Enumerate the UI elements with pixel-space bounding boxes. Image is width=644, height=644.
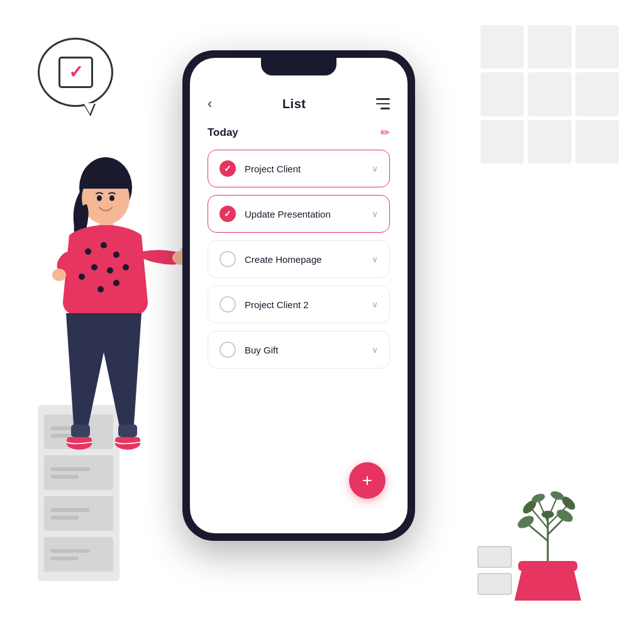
background-grid: [480, 25, 619, 164]
phone-mockup: ‹ List Today ✏: [182, 50, 415, 541]
section-title: Today: [208, 126, 238, 139]
svg-point-3: [109, 196, 114, 201]
svg-point-9: [107, 267, 113, 274]
task-checkbox[interactable]: ✓: [219, 160, 236, 177]
grid-cell: [480, 72, 524, 116]
section-header: Today ✏: [208, 126, 390, 140]
check-tick-icon: ✓: [224, 164, 231, 173]
grid-cell: [528, 120, 571, 164]
ham-line-bot: [380, 108, 390, 109]
ham-line-mid: [376, 103, 390, 105]
grid-cell: [528, 72, 571, 116]
check-tick-icon: ✓: [224, 209, 231, 218]
svg-point-5: [85, 248, 91, 255]
task-checkbox[interactable]: [219, 296, 236, 313]
edit-icon[interactable]: ✏: [380, 126, 390, 140]
grid-cell: [480, 120, 524, 164]
task-left: Project Client 2: [219, 296, 309, 313]
task-left: ✓ Project Client: [219, 160, 301, 177]
app-header: ‹ List: [208, 89, 390, 112]
ham-line-top: [376, 98, 390, 100]
chevron-down-icon[interactable]: ∨: [372, 254, 378, 264]
grid-cell: [575, 72, 619, 116]
task-item[interactable]: Project Client 2 ∨: [208, 286, 390, 323]
svg-point-8: [91, 264, 97, 270]
task-item[interactable]: Create Homepage ∨: [208, 240, 390, 278]
task-name: Buy Gift: [245, 345, 278, 355]
phone-shell: ‹ List Today ✏: [182, 50, 415, 541]
task-left: ✓ Update Presentation: [219, 206, 331, 222]
svg-rect-23: [518, 561, 577, 571]
svg-marker-22: [514, 566, 581, 601]
svg-point-6: [101, 242, 107, 248]
svg-rect-17: [118, 425, 137, 437]
phone-notch: [261, 58, 336, 75]
svg-rect-16: [71, 425, 90, 437]
svg-point-10: [79, 274, 85, 280]
task-name: Project Client 2: [245, 299, 309, 310]
svg-rect-19: [67, 437, 92, 446]
grid-cell: [575, 25, 619, 69]
drawer-line: [50, 557, 79, 560]
chevron-down-icon[interactable]: ∨: [372, 345, 378, 355]
grid-cell: [575, 120, 619, 164]
phone-screen: ‹ List Today ✏: [190, 58, 408, 533]
svg-rect-21: [115, 437, 140, 446]
svg-point-13: [113, 280, 119, 286]
plant-decoration: [507, 491, 589, 606]
app-content: ‹ List Today ✏: [190, 58, 408, 533]
chevron-down-icon[interactable]: ∨: [372, 209, 378, 219]
svg-line-25: [529, 525, 548, 541]
small-box: [477, 573, 512, 595]
task-name: Project Client: [245, 164, 301, 174]
chevron-down-icon[interactable]: ∨: [372, 299, 378, 309]
task-checkbox[interactable]: ✓: [219, 206, 236, 222]
task-checkbox[interactable]: [219, 341, 236, 358]
small-box: [477, 546, 512, 568]
task-item[interactable]: ✓ Update Presentation ∨: [208, 195, 390, 233]
task-checkbox[interactable]: [219, 251, 236, 267]
svg-point-15: [52, 269, 66, 281]
menu-button[interactable]: [376, 98, 390, 109]
task-name: Create Homepage: [245, 254, 322, 265]
task-name: Update Presentation: [245, 209, 331, 219]
checkmark-icon: ✓: [69, 64, 83, 81]
svg-point-2: [97, 196, 102, 201]
task-left: Buy Gift: [219, 341, 278, 358]
box-stack: [477, 546, 512, 595]
grid-cell: [480, 25, 524, 69]
svg-point-37: [541, 511, 554, 518]
svg-point-7: [113, 252, 119, 258]
back-button[interactable]: ‹: [208, 96, 212, 112]
add-task-button[interactable]: +: [349, 462, 386, 499]
plus-icon: +: [362, 472, 372, 489]
svg-line-26: [548, 519, 564, 535]
svg-point-12: [97, 286, 104, 292]
chevron-down-icon[interactable]: ∨: [372, 164, 378, 174]
task-item[interactable]: Buy Gift ∨: [208, 331, 390, 369]
task-item[interactable]: ✓ Project Client ∨: [208, 150, 390, 187]
svg-point-11: [123, 264, 129, 270]
person-illustration: [6, 82, 208, 553]
app-title: List: [282, 97, 306, 111]
task-left: Create Homepage: [219, 251, 322, 267]
grid-cell: [528, 25, 571, 69]
